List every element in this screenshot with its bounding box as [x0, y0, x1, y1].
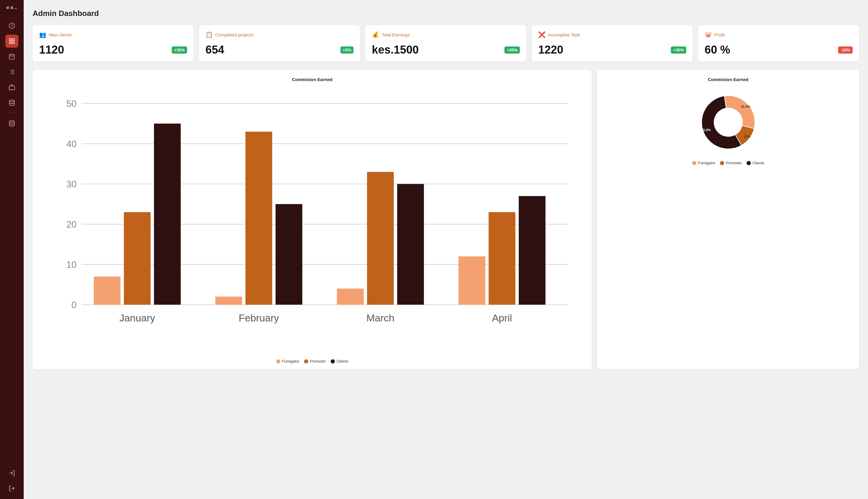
legend-dot: [276, 359, 280, 363]
sidebar-item-stack1[interactable]: [5, 96, 19, 109]
sidebar-item-list[interactable]: [5, 65, 19, 78]
legend-dot: [692, 161, 696, 165]
page-title: Admin Dashboard: [33, 9, 859, 18]
legend-dot: [747, 161, 751, 165]
sidebar-item-clock[interactable]: [5, 19, 19, 32]
stat-badge: +35%: [671, 47, 686, 53]
bar: [245, 132, 272, 305]
stat-card: 👥 New clients 1120 +35%: [33, 25, 194, 62]
legend-label: Promoter: [310, 359, 326, 363]
stat-badge: -10%: [838, 47, 853, 53]
stat-bottom: 654 +5%: [205, 44, 353, 56]
main-content: Admin Dashboard 👥 New clients 1120 +35% …: [24, 0, 868, 499]
stat-card-header: 👥 New clients: [39, 31, 187, 38]
stat-value: kes.1500: [372, 44, 419, 56]
stat-icon: 👥: [39, 31, 47, 38]
donut-chart-card: Commision Earned 31.2%13%55.8% Fumigator…: [597, 70, 859, 369]
stat-bottom: kes.1500 +35%: [372, 44, 520, 56]
stat-card: 🐷 Profit 60 % -10%: [698, 25, 859, 62]
stat-icon: 💰: [372, 31, 379, 38]
stat-label: Total Earnings: [382, 32, 410, 37]
stat-bottom: 1220 +35%: [538, 44, 686, 56]
bar: [459, 256, 485, 305]
sidebar-item-logout[interactable]: [5, 482, 19, 495]
svg-text:50: 50: [66, 99, 77, 109]
legend-dot: [720, 161, 724, 165]
bar: [397, 184, 424, 305]
legend-dot: [331, 359, 335, 363]
stat-card: ❌ Incomplete Task 1220 +35%: [532, 25, 693, 62]
donut-label: 13%: [744, 135, 750, 138]
stat-icon: 📋: [205, 31, 213, 38]
stat-card-header: 🐷 Profit: [704, 31, 853, 38]
donut-svg: 31.2%13%55.8%: [696, 90, 761, 155]
legend-item: Fumigator: [692, 161, 715, 165]
svg-text:0: 0: [71, 300, 76, 310]
svg-rect-1: [10, 39, 11, 40]
svg-text:20: 20: [66, 219, 77, 230]
svg-rect-2: [12, 39, 14, 40]
bar: [124, 212, 150, 305]
bar-chart-container: 01020304050JanuaryFebruaryMarchApril: [40, 87, 585, 356]
charts-row: Commision Earned 01020304050JanuaryFebru…: [33, 70, 859, 369]
bar-chart-title: Commision Earned: [40, 77, 585, 82]
bar-chart-card: Commision Earned 01020304050JanuaryFebru…: [33, 70, 592, 369]
legend-label: Clients: [752, 161, 764, 165]
svg-point-16: [10, 100, 14, 102]
donut-label: 31.2%: [741, 105, 750, 108]
sidebar: d d...: [0, 0, 24, 499]
stat-cards: 👥 New clients 1120 +35% 📋 Completed proj…: [33, 25, 859, 62]
sidebar-item-calendar[interactable]: [5, 50, 19, 63]
legend-item: Fumigator: [276, 359, 300, 363]
donut-label: 55.8%: [701, 128, 711, 132]
stat-card-header: 💰 Total Earnings: [372, 31, 520, 38]
stat-label: New clients: [49, 32, 72, 37]
svg-rect-4: [12, 42, 14, 44]
bar-chart-legend: FumigatorPromoterClients: [40, 359, 585, 363]
svg-text:40: 40: [66, 139, 77, 149]
stat-label: Profit: [714, 32, 725, 37]
stat-label: Completed projects: [215, 32, 253, 37]
svg-point-17: [10, 121, 14, 123]
svg-text:30: 30: [66, 179, 77, 190]
svg-rect-5: [10, 54, 14, 60]
sidebar-divider: [6, 113, 18, 113]
legend-label: Fumigator: [282, 359, 300, 363]
bar: [276, 204, 302, 305]
svg-text:March: March: [366, 312, 394, 324]
stat-card: 💰 Total Earnings kes.1500 +35%: [365, 25, 526, 62]
legend-dot: [304, 359, 308, 363]
legend-label: Promoter: [726, 161, 742, 165]
stat-card: 📋 Completed projects 654 +5%: [199, 25, 360, 62]
bar: [215, 296, 242, 305]
stat-value: 1220: [538, 44, 563, 56]
svg-rect-3: [10, 42, 11, 44]
stat-icon: 🐷: [704, 31, 712, 38]
sidebar-item-briefcase[interactable]: [5, 81, 19, 94]
donut-center: [715, 109, 742, 136]
stat-value: 1120: [39, 44, 64, 56]
sidebar-item-login[interactable]: [5, 466, 19, 479]
bar: [519, 196, 545, 305]
bar: [367, 172, 394, 305]
donut-chart-legend: FumigatorPromoterClients: [692, 161, 764, 165]
legend-item: Clients: [331, 359, 348, 363]
bar-chart-svg: 01020304050JanuaryFebruaryMarchApril: [40, 87, 585, 355]
sidebar-logo: d d...: [7, 3, 17, 12]
bar: [94, 277, 120, 305]
sidebar-item-stack2[interactable]: [5, 117, 19, 130]
stat-badge: +35%: [172, 47, 187, 53]
sidebar-item-dashboard[interactable]: [5, 35, 19, 48]
legend-label: Fumigator: [698, 161, 715, 165]
legend-item: Promoter: [720, 161, 742, 165]
bar: [154, 124, 181, 305]
legend-label: Clients: [337, 359, 348, 363]
legend-item: Clients: [747, 161, 764, 165]
svg-text:April: April: [492, 312, 512, 324]
svg-rect-15: [9, 86, 14, 90]
svg-text:January: January: [119, 312, 155, 324]
stat-badge: +5%: [340, 47, 353, 53]
bar: [337, 289, 363, 305]
svg-text:10: 10: [66, 259, 77, 270]
stat-label: Incomplete Task: [548, 32, 580, 37]
